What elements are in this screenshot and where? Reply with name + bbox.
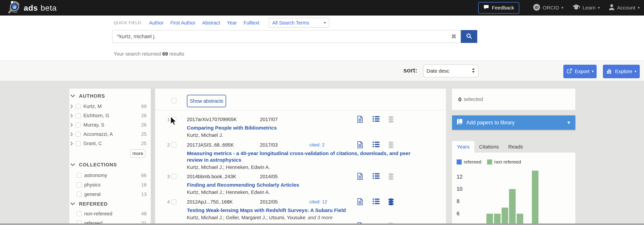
- facet-item-eichhorn-g[interactable]: Eichhorn, G 26: [70, 111, 148, 120]
- chevron-down-icon: [70, 201, 75, 207]
- export-button[interactable]: Export ▾: [563, 65, 597, 78]
- select-all-checkbox[interactable]: [171, 98, 176, 103]
- quick-field-year[interactable]: Year: [227, 20, 237, 26]
- fulltext-document-icon[interactable]: [357, 173, 364, 181]
- add-papers-to-library-button[interactable]: Add papers to library ▼: [452, 115, 575, 130]
- result-bibcode: 2017JASIS..68..695K: [187, 142, 234, 148]
- facet-group-authors[interactable]: AUTHORS: [70, 93, 105, 99]
- metrics-tabs: Years Citations Reads: [452, 141, 528, 153]
- facet-name: Eichhorn, G: [84, 113, 109, 118]
- tab-citations[interactable]: Citations: [474, 141, 504, 153]
- tab-reads[interactable]: Reads: [504, 141, 528, 153]
- facet-checkbox[interactable]: [76, 182, 82, 187]
- facet-checkbox[interactable]: [76, 141, 81, 146]
- facet-count: 48: [141, 211, 148, 217]
- facet-item-non-refereed[interactable]: non-refereed 48: [70, 209, 148, 219]
- chevron-right-icon[interactable]: [70, 123, 73, 127]
- tab-years[interactable]: Years: [452, 141, 474, 153]
- facet-item-astronomy[interactable]: astronomy 66: [70, 171, 148, 180]
- chevron-right-icon[interactable]: [70, 104, 73, 109]
- nav-orcid[interactable]: iD ORCID ▾: [533, 3, 563, 12]
- references-list-icon[interactable]: [372, 173, 380, 180]
- nav-learn[interactable]: Learn ▾: [572, 4, 600, 12]
- search-input[interactable]: [116, 33, 448, 40]
- data-products-icon[interactable]: [388, 141, 394, 149]
- legend-non-refereed: non refereed: [487, 159, 521, 165]
- search-terms-dropdown[interactable]: All Search Terms ▾: [269, 18, 329, 28]
- chart-bar: [532, 171, 538, 225]
- facet-checkbox[interactable]: [76, 104, 81, 109]
- authors-more-button[interactable]: more: [130, 149, 146, 158]
- facet-group-collections[interactable]: COLLECTIONS: [70, 162, 117, 168]
- facet-item-kurtz-m[interactable]: Kurtz, M 69: [70, 102, 148, 111]
- feedback-button[interactable]: Feedback: [478, 2, 519, 14]
- horizontal-scrollbar[interactable]: [0, 224, 644, 225]
- result-title-link[interactable]: Measuring metrics - a 40-year longitudin…: [187, 150, 417, 163]
- data-products-icon[interactable]: [388, 198, 394, 206]
- ads-logo[interactable]: a adsbeta: [8, 1, 57, 15]
- facet-item-accomazzi-a[interactable]: Accomazzi, A 25: [70, 130, 148, 139]
- facet-checkbox[interactable]: [76, 122, 81, 128]
- search-button[interactable]: [461, 30, 477, 43]
- facet-checkbox[interactable]: [76, 132, 81, 137]
- fulltext-document-icon[interactable]: [357, 141, 364, 149]
- y-tick-label: 10: [456, 186, 462, 192]
- result-title-link[interactable]: Finding and Recommending Scholarly Artic…: [187, 182, 417, 188]
- result-row: 3 2014bbmb.book..243K 2014/05 Finding an…: [155, 173, 446, 195]
- result-checkbox[interactable]: [171, 199, 176, 204]
- search-terms-value: All Search Terms: [272, 20, 309, 26]
- data-products-icon[interactable]: [388, 173, 394, 181]
- result-row: 4 2012ApJ...750..168K 2012/05 cited: 12 …: [155, 198, 446, 221]
- fulltext-document-icon[interactable]: [357, 198, 364, 206]
- selected-count: 0: [458, 96, 462, 103]
- facet-checkbox[interactable]: [76, 173, 82, 178]
- cited-link[interactable]: cited: 2: [309, 142, 324, 148]
- facet-scrollbar[interactable]: [151, 89, 155, 224]
- facet-collections-list: astronomy 66 physics 16 general 13: [70, 171, 148, 199]
- quick-field-fulltext[interactable]: Fulltext: [244, 20, 259, 26]
- chevron-down-icon: ▾: [634, 70, 636, 73]
- y-tick-label: 12: [456, 174, 462, 180]
- facet-count: 26: [141, 122, 148, 128]
- explore-button[interactable]: Explore ▾: [603, 65, 640, 78]
- facet-item-physics[interactable]: physics 16: [70, 180, 148, 190]
- result-checkbox[interactable]: [171, 142, 176, 148]
- show-abstracts-button[interactable]: Show abstracts: [187, 95, 226, 107]
- quick-field-first-author[interactable]: First Author: [170, 20, 195, 26]
- facet-name: non-refereed: [84, 211, 112, 217]
- facet-checkbox[interactable]: [76, 113, 81, 118]
- nav-account[interactable]: Account ▾: [609, 4, 640, 12]
- facet-name: astronomy: [84, 173, 107, 178]
- sort-select[interactable]: Date desc: [423, 64, 478, 77]
- data-products-icon[interactable]: [388, 116, 394, 124]
- chevron-down-icon: ▾: [324, 21, 326, 25]
- chevron-down-icon: ▾: [592, 70, 594, 73]
- facet-checkbox[interactable]: [76, 211, 82, 216]
- chevron-down-icon: [70, 162, 75, 168]
- result-checkbox[interactable]: [171, 174, 176, 179]
- facet-checkbox[interactable]: [76, 192, 82, 197]
- logo-text-beta: beta: [40, 3, 57, 12]
- quick-field-abstract[interactable]: Abstract: [202, 20, 220, 26]
- references-list-icon[interactable]: [372, 198, 380, 205]
- quick-field-author[interactable]: Author: [149, 20, 163, 26]
- facet-item-general[interactable]: general 13: [70, 190, 148, 199]
- clear-search-icon[interactable]: ✖: [451, 33, 456, 40]
- chevron-right-icon[interactable]: [70, 113, 73, 118]
- references-list-icon[interactable]: [372, 141, 380, 148]
- references-list-icon[interactable]: [372, 116, 380, 123]
- chevron-down-icon: ▾: [638, 6, 640, 10]
- chevron-right-icon[interactable]: [70, 132, 73, 137]
- facet-item-murray-s[interactable]: Murray, S 26: [70, 120, 148, 130]
- facet-group-refereed[interactable]: REFEREED: [70, 201, 108, 207]
- facet-name: Kurtz, M: [84, 104, 102, 109]
- chevron-right-icon[interactable]: [70, 141, 73, 146]
- fulltext-document-icon[interactable]: [357, 116, 364, 123]
- result-checkbox[interactable]: [171, 117, 176, 122]
- result-title-link[interactable]: Comparing People with Bibliometrics: [187, 125, 417, 131]
- chevron-down-icon: ▾: [562, 6, 563, 10]
- facet-count: 25: [141, 131, 148, 137]
- facet-item-grant-c[interactable]: Grant, C 25: [70, 139, 148, 148]
- cited-link[interactable]: cited: 12: [309, 199, 327, 205]
- result-title-link[interactable]: Testing Weak-lensing Maps with Redshift …: [187, 207, 417, 214]
